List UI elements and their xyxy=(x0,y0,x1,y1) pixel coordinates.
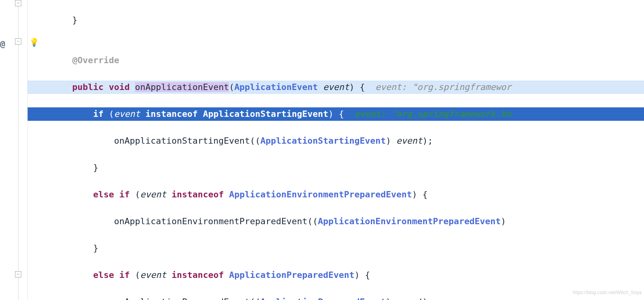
code-line[interactable]: } xyxy=(28,161,644,174)
annotation: @Override xyxy=(51,55,119,65)
code-line[interactable]: } xyxy=(28,13,644,27)
fold-handle-icon[interactable]: − xyxy=(15,38,21,45)
code-line[interactable]: else if (event instanceof ApplicationEnv… xyxy=(28,188,644,201)
inline-debug-value: event: "org.springframewor xyxy=(375,82,511,92)
code-line-execution-point[interactable]: if (event instanceof ApplicationStarting… xyxy=(28,107,644,121)
watermark-text: https://blog.csdn.net/Witch_Soya xyxy=(573,286,642,299)
code-line[interactable]: else if (event instanceof ApplicationPre… xyxy=(28,268,644,282)
fold-handle-icon[interactable]: ─ xyxy=(15,271,21,278)
gutter-marker-override-icon[interactable]: @ xyxy=(0,38,5,51)
code-line[interactable]: } xyxy=(28,242,644,255)
code-line[interactable]: onApplicationPreparedEvent((ApplicationP… xyxy=(28,295,644,300)
fold-handle-icon[interactable]: ─ xyxy=(15,0,21,6)
method-name-highlight: onApplicationEvent xyxy=(135,82,229,92)
code-line[interactable]: onApplicationEnvironmentPreparedEvent((A… xyxy=(28,215,644,228)
code-line[interactable]: @Override xyxy=(28,54,644,67)
code-line[interactable]: onApplicationStartingEvent((ApplicationS… xyxy=(28,134,644,148)
inline-debug-value: event: "org.springframework.bo xyxy=(354,109,511,119)
code-line-current[interactable]: public void onApplicationEvent(Applicati… xyxy=(28,81,644,94)
code-editor[interactable]: } @Override public void onApplicationEve… xyxy=(28,0,644,300)
